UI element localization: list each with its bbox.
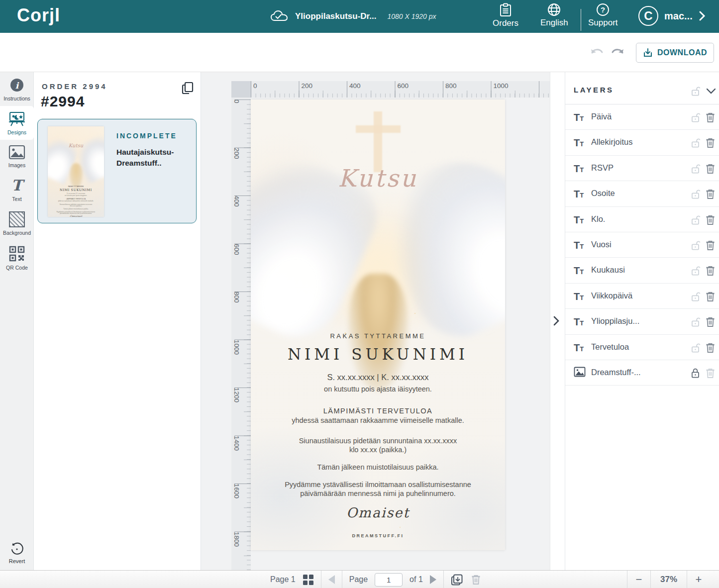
document-title[interactable]: Ylioppilaskutsu-Dr... [295, 11, 376, 21]
rail-item-qr-code[interactable]: QR Code [0, 240, 34, 275]
order-panel: ORDER 2994 #2994 Kutsu RAKAS TYTTAREMME … [34, 72, 201, 570]
previous-page-icon[interactable] [328, 575, 335, 584]
current-page-label: Page 1 [270, 575, 296, 584]
delete-layer-icon[interactable] [705, 291, 716, 302]
text-layer-brand[interactable]: DREAMSTUFF.FI [251, 533, 505, 538]
page-number-input[interactable] [375, 573, 403, 587]
text-layer-name[interactable]: NIMI SUKUNIMI [251, 345, 505, 363]
undo-button[interactable] [590, 46, 605, 58]
chevron-down-icon[interactable] [706, 88, 716, 95]
ruler-tick-label: 400 [349, 82, 361, 90]
text-layer-signature[interactable]: Omaiset [251, 505, 505, 520]
delete-layer-icon[interactable] [705, 214, 716, 226]
design-name: Hautajaiskutsu- [116, 148, 174, 157]
layer-row[interactable]: TT Kuukausi [565, 258, 719, 283]
rail-item-text[interactable]: T Text [0, 173, 34, 206]
revert-button[interactable]: Revert [0, 542, 34, 564]
thumb-signature: Omaiset [48, 214, 104, 217]
user-menu[interactable]: C mac... [638, 6, 706, 26]
text-layer-dates[interactable]: S. xx.xx.xxxx | K. xx.xx.xxxx [251, 373, 505, 382]
zoom-in-button[interactable]: + [687, 573, 710, 586]
text-layer-welcome-sub[interactable]: yhdessä saattamaan rakkaamme viimeiselle… [251, 416, 505, 424]
layer-row[interactable]: TT Päivä [565, 104, 719, 130]
delete-layer-icon[interactable] [705, 111, 716, 123]
unlock-icon[interactable] [690, 291, 702, 302]
ruler-tick-label: 1800 [233, 532, 240, 547]
download-button[interactable]: DOWNLOAD [636, 43, 714, 63]
page-grid-view-icon[interactable] [303, 574, 314, 586]
delete-layer-icon[interactable] [705, 137, 716, 149]
layer-row[interactable]: TT RSVP [565, 156, 719, 181]
copy-icon[interactable] [181, 81, 194, 95]
cloud-saved-icon [270, 10, 288, 23]
rail-item-background[interactable]: Background [0, 206, 34, 240]
nav-orders[interactable]: Orders [493, 3, 518, 28]
design-page[interactable]: Kutsu RAKAS TYTTAREMME NIMI SUKUNIMI S. … [251, 99, 505, 550]
rail-item-instructions[interactable]: i Instructions [0, 72, 34, 106]
text-layer-rsvp-1[interactable]: Pyydämme ystävällisesti ilmoittamaan osa… [251, 481, 505, 489]
delete-page-icon[interactable] [470, 574, 482, 586]
text-layer-ceremony-2[interactable]: klo xx.xx (paikka.) [251, 446, 505, 454]
delete-layer-icon[interactable] [705, 367, 716, 379]
unlock-icon[interactable] [690, 111, 702, 123]
rail-item-designs[interactable]: Designs [0, 106, 34, 140]
unlock-icon[interactable] [690, 239, 702, 251]
clipboard-icon [500, 3, 512, 17]
layer-row[interactable]: TT Vuosi [565, 232, 719, 258]
unlock-icon[interactable] [690, 265, 702, 277]
delete-layer-icon[interactable] [705, 163, 716, 175]
help-icon: ? [596, 3, 610, 16]
layer-row[interactable]: TT Viikkopäivä [565, 284, 719, 309]
delete-layer-icon[interactable] [705, 316, 716, 328]
unlock-icon[interactable] [690, 137, 702, 149]
unlock-icon[interactable] [690, 214, 702, 226]
text-layer-kutsu[interactable]: Kutsu [251, 164, 505, 192]
layer-row[interactable]: TT Klo. [565, 207, 719, 232]
lock-icon[interactable] [690, 367, 702, 379]
layer-row[interactable]: TT Allekirjoitus [565, 130, 719, 155]
layer-label: Viikkopäivä [591, 291, 632, 300]
layer-row[interactable]: TT Tervetuloa [565, 335, 719, 360]
layer-row[interactable]: Dreamstuff-... [565, 360, 719, 386]
document-dimensions: 1080 X 1920 px [387, 12, 436, 20]
nav-support[interactable]: ? Support [588, 3, 618, 28]
layer-row[interactable]: TT Osoite [565, 181, 719, 206]
design-card[interactable]: Kutsu RAKAS TYTTAREMME NIMI SUKUNIMI S. … [37, 119, 197, 223]
delete-layer-icon[interactable] [705, 342, 716, 354]
layers-header: LAYERS [565, 72, 719, 104]
svg-text:?: ? [601, 5, 605, 14]
unlock-icon[interactable] [690, 342, 702, 354]
delete-layer-icon[interactable] [705, 188, 716, 200]
page-controls: Page 1 Page of 1 [270, 571, 482, 588]
text-layer-icon: TT [574, 341, 584, 356]
next-page-icon[interactable] [430, 575, 436, 584]
delete-layer-icon[interactable] [705, 265, 716, 277]
layer-label: Tervetuloa [591, 342, 629, 352]
collapse-panel-chevron-icon[interactable] [552, 315, 560, 327]
unlock-icon[interactable] [690, 316, 702, 328]
text-layer-rsvp-2[interactable]: päivämäärään mennessä nimi ja puhelinnum… [251, 490, 505, 497]
zoom-out-button[interactable]: − [627, 573, 650, 586]
unlock-icon[interactable] [690, 163, 702, 175]
redo-button[interactable] [610, 46, 625, 58]
designs-icon [8, 111, 26, 127]
text-layer-icon: TT [574, 239, 584, 253]
text-layer-welcome-heading[interactable]: LÄMPIMÄSTI TERVETULOA [251, 407, 505, 415]
text-layer-memorial[interactable]: Tämän jälkeen muistotilaisuus paikka. [251, 463, 505, 471]
ruler-tick-label: 800 [233, 292, 240, 306]
text-layer-dear[interactable]: RAKAS TYTTAREMME [251, 332, 505, 340]
lock-all-icon[interactable] [690, 85, 702, 97]
info-icon: i [9, 77, 25, 93]
text-layer-called[interactable]: on kutsuttu pois ajasta iäisyyteen. [251, 385, 505, 393]
ruler-tick-label: 600 [233, 244, 240, 259]
unlock-icon[interactable] [690, 188, 702, 200]
corjl-logo[interactable]: Corjl [17, 5, 60, 26]
text-layer-ceremony-1[interactable]: Siunaustilaisuus pidetään sunnuntaina xx… [251, 437, 505, 445]
delete-layer-icon[interactable] [705, 239, 716, 251]
app-header: Corjl Ylioppilaskutsu-Dr... 1080 X 1920 … [0, 0, 719, 33]
ruler-tick-label: 1600 [233, 484, 240, 498]
nav-language[interactable]: English [540, 3, 568, 28]
rail-item-images[interactable]: Images [0, 140, 34, 173]
layer-row[interactable]: TT Ylioppilasju... [565, 309, 719, 334]
duplicate-page-icon[interactable] [451, 574, 463, 586]
